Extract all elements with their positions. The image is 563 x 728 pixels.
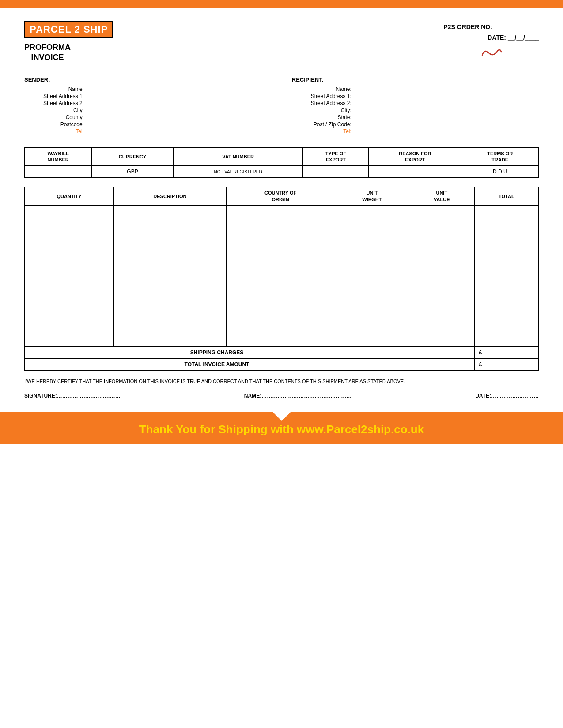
footer-text: Thank You for Shipping with www.Parcel2s… (0, 423, 563, 436)
squiggle-icon (480, 46, 502, 60)
recipient-zip-row: Post / Zip Code: (292, 121, 539, 128)
recipient-state-label: State: (292, 114, 354, 121)
unit-weight-cell (335, 205, 409, 346)
recipient-title: RECIPIENT: (292, 76, 539, 83)
sender-street2-value (86, 100, 271, 107)
logo-text: PARCEL 2 SHIP (30, 24, 108, 35)
recipient-name-label: Name: (292, 86, 354, 93)
date-label: DATE:……………………… (475, 393, 539, 399)
sender-postcode-label: Postcode: (24, 121, 86, 128)
total-header: TOTAL (474, 187, 538, 206)
unit-value-header: UNITVALUE (409, 187, 475, 206)
recipient-zip-label: Post / Zip Code: (292, 121, 354, 128)
certification-text: I/WE HEREBY CERTIFY THAT THE INFORMATION… (24, 378, 539, 385)
recipient-name-row: Name: (292, 86, 539, 93)
logo-invoice-area: PARCEL 2 SHIP PROFORMAINVOICE (24, 21, 113, 63)
invoice-title: PROFORMAINVOICE (24, 42, 71, 63)
sender-street2-label: Street Address 2: (24, 100, 86, 107)
order-date-area: P2S ORDER NO:_______ ______ DATE: __/__/… (443, 21, 539, 61)
sender-postcode-value (86, 121, 271, 128)
quantity-header: QUANTITY (25, 187, 114, 206)
order-number: P2S ORDER NO:_______ ______ (443, 23, 539, 30)
reason-for-export-header: REASON FOREXPORT (369, 147, 461, 166)
header-area: PARCEL 2 SHIP PROFORMAINVOICE P2S ORDER … (24, 21, 539, 63)
recipient-tel-label: Tel: (292, 128, 354, 135)
recipient-address-table: Name: Street Address 1: Street Address 2… (292, 86, 539, 135)
shipping-charges-value: £ (474, 346, 538, 358)
sender-name-value (86, 86, 271, 93)
recipient-city-value (354, 107, 539, 114)
date-field: DATE: __/__/____ (443, 34, 539, 41)
sender-county-row: County: (24, 114, 271, 121)
items-table: QUANTITY DESCRIPTION COUNTRY OFORIGIN UN… (24, 187, 539, 371)
recipient-street2-value (354, 100, 539, 107)
recipient-street2-row: Street Address 2: (292, 100, 539, 107)
sender-tel-row: Tel: (24, 128, 271, 135)
reason-for-export-value (369, 166, 461, 178)
sender-name-row: Name: (24, 86, 271, 93)
items-data-row (25, 205, 539, 346)
info-table-data-row: GBP NOT VAT REGISTERED D D U (25, 166, 539, 178)
recipient-tel-value (354, 128, 539, 135)
description-header: DESCRIPTION (114, 187, 226, 206)
recipient-street1-row: Street Address 1: (292, 93, 539, 100)
signature-line: SIGNATURE:……………………………… NAME:………………………………… (24, 393, 539, 399)
sender-block: SENDER: Name: Street Address 1: Street A… (24, 76, 271, 135)
sender-street1-label: Street Address 1: (24, 93, 86, 100)
recipient-street1-value (354, 93, 539, 100)
recipient-tel-row: Tel: (292, 128, 539, 135)
currency-value: GBP (92, 166, 173, 178)
country-of-origin-header: COUNTRY OFORIGIN (226, 187, 335, 206)
sender-street2-row: Street Address 2: (24, 100, 271, 107)
total-invoice-row: TOTAL INVOICE AMOUNT £ (25, 358, 539, 370)
sender-county-label: County: (24, 114, 86, 121)
sender-address-table: Name: Street Address 1: Street Address 2… (24, 86, 271, 135)
sender-street1-value (86, 93, 271, 100)
items-header-row: QUANTITY DESCRIPTION COUNTRY OFORIGIN UN… (25, 187, 539, 206)
bottom-bar: Thank You for Shipping with www.Parcel2s… (0, 412, 563, 444)
sender-county-value (86, 114, 271, 121)
sender-recipient-area: SENDER: Name: Street Address 1: Street A… (24, 76, 539, 135)
vat-number-header: VAT NUMBER (173, 147, 303, 166)
unit-weight-header: UNITWIEGHT (335, 187, 409, 206)
recipient-city-row: City: (292, 107, 539, 114)
shipping-charges-row: SHIPPING CHARGES £ (25, 346, 539, 358)
sender-city-value (86, 107, 271, 114)
type-of-export-value (303, 166, 369, 178)
vat-number-value: NOT VAT REGISTERED (173, 166, 303, 178)
recipient-zip-value (354, 121, 539, 128)
certification-paragraph: I/WE HEREBY CERTIFY THAT THE INFORMATION… (24, 378, 539, 385)
sender-street1-row: Street Address 1: (24, 93, 271, 100)
terms-or-trade-value: D D U (461, 166, 539, 178)
recipient-street2-label: Street Address 2: (292, 100, 354, 107)
shipping-charges-label: SHIPPING CHARGES (25, 346, 409, 358)
waybill-value (25, 166, 92, 178)
info-table-header-row: WAYBILLNUMBER CURRENCY VAT NUMBER TYPE O… (25, 147, 539, 166)
recipient-city-label: City: (292, 107, 354, 114)
signature-label: SIGNATURE:……………………………… (24, 393, 121, 399)
sender-postcode-row: Postcode: (24, 121, 271, 128)
waybill-header: WAYBILLNUMBER (25, 147, 92, 166)
total-invoice-value: £ (474, 358, 538, 370)
recipient-block: RECIPIENT: Name: Street Address 1: Stree… (292, 76, 539, 135)
sender-tel-label: Tel: (24, 128, 86, 135)
sender-name-label: Name: (24, 86, 86, 93)
terms-or-trade-header: TERMS ORTRADE (461, 147, 539, 166)
sender-city-label: City: (24, 107, 86, 114)
bottom-bar-triangle (273, 412, 291, 421)
recipient-state-row: State: (292, 114, 539, 121)
total-invoice-label: TOTAL INVOICE AMOUNT (25, 358, 409, 370)
top-bar (0, 0, 563, 8)
recipient-street1-label: Street Address 1: (292, 93, 354, 100)
name-label: NAME:…………………………………………… (244, 393, 351, 399)
sender-title: SENDER: (24, 76, 271, 83)
recipient-name-value (354, 86, 539, 93)
shipping-charges-weight (409, 346, 475, 358)
currency-header: CURRENCY (92, 147, 173, 166)
info-table: WAYBILLNUMBER CURRENCY VAT NUMBER TYPE O… (24, 147, 539, 178)
sender-tel-value (86, 128, 271, 135)
total-invoice-weight (409, 358, 475, 370)
recipient-state-value (354, 114, 539, 121)
logo-box: PARCEL 2 SHIP (24, 21, 113, 38)
country-of-origin-cell (226, 205, 335, 346)
